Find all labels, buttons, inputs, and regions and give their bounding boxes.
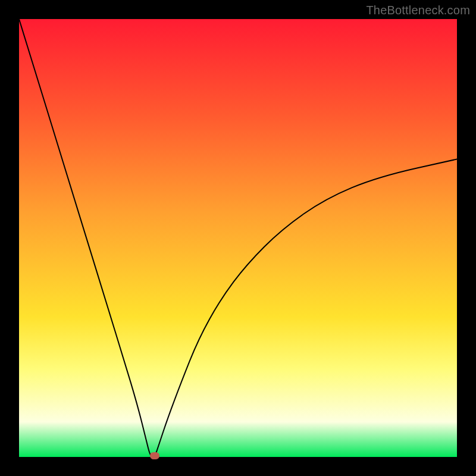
plot-area (19, 19, 457, 457)
chart-frame: TheBottleneck.com (0, 0, 476, 476)
bottleneck-curve (19, 19, 457, 457)
optimum-marker (150, 452, 159, 459)
curve-path (19, 19, 457, 457)
watermark-text: TheBottleneck.com (366, 4, 470, 17)
